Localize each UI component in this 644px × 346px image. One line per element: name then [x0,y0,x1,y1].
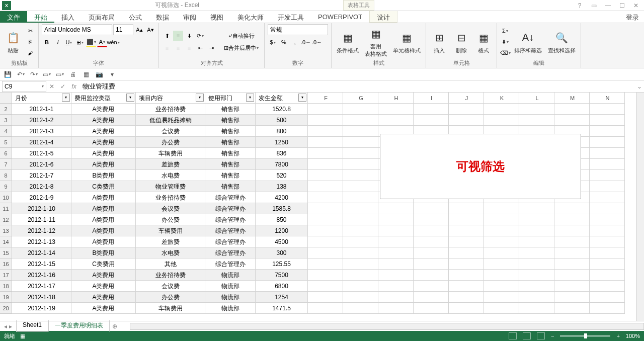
cell[interactable]: A类费用 [71,270,136,281]
align-center-button[interactable]: ≡ [173,43,183,53]
row-header[interactable]: 19 [0,292,12,303]
cell-empty[interactable] [449,104,484,115]
cell-empty[interactable] [554,104,590,115]
cell[interactable]: 物业管理费 [136,181,205,192]
cell[interactable]: 物流部 [205,303,256,314]
align-right-button[interactable]: ≡ [184,43,194,53]
cell-empty[interactable] [519,236,554,247]
row-header[interactable]: 9 [0,181,12,192]
cell[interactable]: 差旅费 [136,236,205,247]
fill-button[interactable]: ⬇▾ [500,37,510,47]
cell-empty[interactable] [378,281,414,292]
cell[interactable]: 销售部 [205,137,256,148]
col-header-L[interactable]: L [519,93,554,104]
floating-text-box[interactable]: 可视筛选 [380,134,581,199]
cell-empty[interactable] [484,104,519,115]
cell-empty[interactable] [343,203,378,214]
paste-button[interactable]: 📋 粘贴 [3,29,23,55]
cell-empty[interactable] [378,115,414,126]
cell-empty[interactable] [590,214,625,225]
cell-empty[interactable] [590,148,625,159]
col-header-I[interactable]: I [414,93,449,104]
cell-empty[interactable] [519,292,554,303]
cell[interactable]: 1585.8 [256,203,308,214]
row-header[interactable]: 6 [0,148,12,159]
cell-empty[interactable] [308,292,343,303]
tab-开始[interactable]: 开始 [27,11,54,23]
cell-empty[interactable] [414,281,449,292]
tab-公式[interactable]: 公式 [122,11,149,23]
cell[interactable]: A类费用 [71,137,136,148]
row-header[interactable]: 5 [0,137,12,148]
sheet-nav-prev[interactable]: ◂ [4,323,7,330]
cell[interactable]: 2012-1-9 [12,192,71,203]
filter-button[interactable]: ▾ [246,94,254,102]
cell-empty[interactable] [414,236,449,247]
filter-button[interactable]: ▾ [298,94,306,102]
cell-empty[interactable] [378,214,414,225]
add-sheet-button[interactable]: ⊕ [110,323,120,330]
zoom-level[interactable]: 100% [626,333,640,339]
cell[interactable]: 800 [256,126,308,137]
tab-开发工具[interactable]: 开发工具 [271,11,311,23]
tab-视图[interactable]: 视图 [203,11,230,23]
cell[interactable]: 2012-1-1 [12,104,71,115]
cell-empty[interactable] [378,270,414,281]
cell[interactable]: 1520.8 [256,104,308,115]
cell-empty[interactable] [484,236,519,247]
cell-empty[interactable] [343,303,378,314]
name-box[interactable]: C9▾ [2,81,46,92]
cell[interactable]: 2012-1-10 [12,203,71,214]
cell[interactable]: 差旅费 [136,159,205,170]
cell-empty[interactable] [484,281,519,292]
cell-empty[interactable] [590,192,625,203]
cell-empty[interactable] [484,214,519,225]
save-button[interactable]: 💾 [3,70,12,79]
qat-customize[interactable]: ▾ [108,70,117,79]
table-header-cell[interactable]: 月份▾ [12,93,71,104]
cell-empty[interactable] [590,303,625,314]
tab-file[interactable]: 文件 [0,11,27,23]
italic-button[interactable]: I [53,37,63,47]
orientation-button[interactable]: ⟳▾ [195,31,205,41]
cell[interactable]: 300 [256,247,308,258]
cell-empty[interactable] [554,236,590,247]
cell[interactable]: 836 [256,148,308,159]
cell[interactable]: 水电费 [136,247,205,258]
cell[interactable]: 1200 [256,225,308,236]
copy-button[interactable]: ⎘ [25,37,35,47]
align-top-button[interactable]: ⬆ [162,31,172,41]
cell[interactable]: 4200 [256,192,308,203]
format-cells-button[interactable]: ▦格式 [473,29,494,55]
cell-empty[interactable] [590,258,625,270]
cell-empty[interactable] [519,115,554,126]
cell-empty[interactable] [343,258,378,270]
increase-decimal-button[interactable]: .0→ [301,37,311,47]
cut-button[interactable]: ✂ [25,26,35,36]
cell-empty[interactable] [554,203,590,214]
normal-view-button[interactable] [509,332,517,339]
cell[interactable]: 7800 [256,159,308,170]
cell-empty[interactable] [414,225,449,236]
zoom-out-button[interactable]: − [551,333,554,339]
cell-empty[interactable] [308,148,343,159]
cell[interactable]: 销售部 [205,181,256,192]
tab-美化大师[interactable]: 美化大师 [230,11,271,23]
filter-button[interactable]: ▾ [196,94,204,102]
cell[interactable]: 2012-1-11 [12,214,71,225]
page-layout-view-button[interactable] [523,332,531,339]
cell-empty[interactable] [308,270,343,281]
cell[interactable]: 1250 [256,137,308,148]
conditional-format-button[interactable]: ▦条件格式 [335,29,361,55]
cell-empty[interactable] [343,236,378,247]
macro-record-icon[interactable]: ▦ [20,333,25,339]
cell-empty[interactable] [554,270,590,281]
increase-indent-button[interactable]: ⇥ [206,43,216,53]
tab-design[interactable]: 设计 [369,11,397,23]
cell-empty[interactable] [343,292,378,303]
cell-empty[interactable] [554,247,590,258]
cell[interactable]: 办公费 [136,292,205,303]
font-size-select[interactable] [113,24,133,35]
cell[interactable]: 2012-1-16 [12,270,71,281]
tab-插入[interactable]: 插入 [54,11,82,23]
